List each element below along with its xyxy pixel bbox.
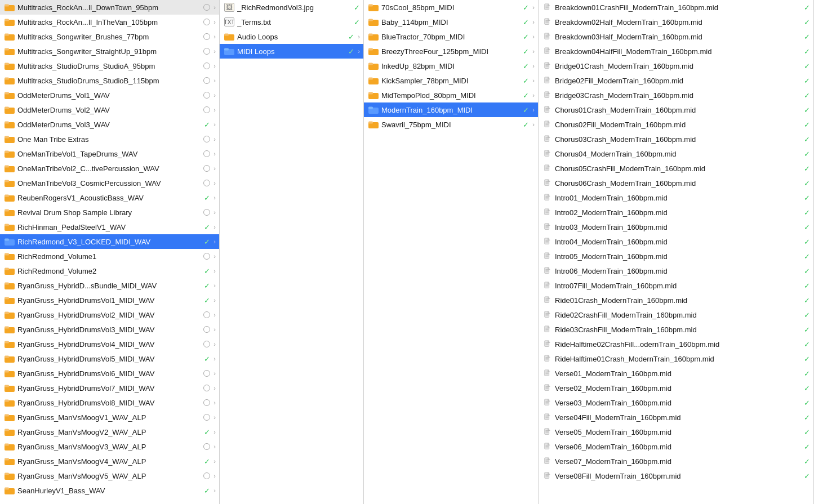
list-item[interactable]: OneManTribeVol3_CosmicPercussion_WAV› — [0, 176, 219, 190]
list-item[interactable]: Swavril_75bpm_MIDI✓› — [364, 117, 538, 132]
list-item[interactable]: Bridge02Fill_ModernTrain_160bpm.mid✓ — [539, 73, 813, 88]
list-item[interactable]: Breakdown04HalfFill_ModernTrain_160bpm.m… — [539, 44, 813, 59]
list-item[interactable]: BreezyThreeFour_125bpm_MIDI✓› — [364, 44, 538, 59]
item-label: Verse06_ModernTrain_160bpm.mid — [555, 443, 802, 451]
list-item[interactable]: KickSampler_78bpm_MIDI✓› — [364, 73, 538, 88]
list-item[interactable]: InkedUp_82bpm_MIDI✓› — [364, 59, 538, 73]
list-item[interactable]: Verse05_ModernTrain_160bpm.mid✓ — [539, 425, 813, 439]
item-label: Swavril_75bpm_MIDI — [381, 121, 521, 129]
list-item[interactable]: RyanGruss_ManVsMoogV2_WAV_ALP✓› — [0, 425, 219, 439]
list-item[interactable]: OddMeterDrums_Vol3_WAV✓› — [0, 117, 219, 132]
list-item[interactable]: BlueTractor_70bpm_MIDI✓› — [364, 29, 538, 44]
list-item[interactable]: RyanGruss_ManVsMoogV1_WAV_ALP› — [0, 410, 219, 425]
item-label: RyanGruss_ManVsMoogV3_WAV_ALP — [17, 443, 201, 451]
list-item[interactable]: Ride02CrashFill_ModernTrain_160bpm.mid✓ — [539, 307, 813, 322]
svg-rect-49 — [5, 356, 9, 358]
list-item[interactable]: RyanGruss_ManVsMoogV5_WAV_ALP› — [0, 469, 219, 483]
list-item[interactable]: RyanGruss_HybridDrumsVol4_MIDI_WAV› — [0, 337, 219, 351]
list-item[interactable]: RichHinman_PedalSteelV1_WAV✓› — [0, 220, 219, 234]
item-label: Ride02CrashFill_ModernTrain_160bpm.mid — [555, 311, 802, 319]
list-item[interactable]: Revival Drum Shop Sample Library› — [0, 205, 219, 220]
list-item[interactable]: Multitracks_RockAn...Il_DownTown_95bpm› — [0, 0, 219, 15]
chevron-icon: › — [532, 92, 535, 99]
list-item[interactable]: Chorus05CrashFill_ModernTrain_160bpm.mid… — [539, 161, 813, 176]
list-item[interactable]: Verse03_ModernTrain_160bpm.mid✓ — [539, 395, 813, 410]
item-label: Multitracks_StudioDrums_StudioB_115bpm — [17, 77, 201, 85]
list-item[interactable]: Chorus04_ModernTrain_160bpm.mid✓ — [539, 146, 813, 161]
list-item[interactable]: RyanGruss_HybridDrumsVol7_MIDI_WAV› — [0, 381, 219, 395]
list-item[interactable]: Bridge01Crash_ModernTrain_160bpm.mid✓ — [539, 59, 813, 73]
list-item[interactable]: Multitracks_StudioDrums_StudioB_115bpm› — [0, 73, 219, 88]
list-item[interactable]: Audio Loops✓› — [220, 29, 363, 44]
list-item[interactable]: RyanGruss_ManVsMoogV4_WAV_ALP✓› — [0, 454, 219, 469]
list-item[interactable]: Breakdown01CrashFill_ModernTrain_160bpm.… — [539, 0, 813, 15]
item-status: ✓› — [523, 77, 535, 85]
list-item[interactable]: OddMeterDrums_Vol1_WAV› — [0, 88, 219, 102]
list-item[interactable]: Intro04_ModernTrain_160bpm.mid✓ — [539, 234, 813, 249]
list-item[interactable]: RyanGruss_HybridDrumsVol1_MIDI_WAV✓› — [0, 293, 219, 307]
list-item[interactable]: Breakdown02Half_ModernTrain_160bpm.mid✓ — [539, 15, 813, 29]
list-item[interactable]: Intro01_ModernTrain_160bpm.mid✓ — [539, 190, 813, 205]
list-item[interactable]: RideHalftime01Crash_ModernTrain_160bpm.m… — [539, 351, 813, 366]
list-item[interactable]: Ride03CrashFill_ModernTrain_160bpm.mid✓ — [539, 322, 813, 337]
list-item[interactable]: 🖼_RichRedmondVol3.jpg✓ — [220, 0, 363, 15]
list-item[interactable]: Intro07Fill_ModernTrain_160bpm.mid✓ — [539, 278, 813, 293]
list-item[interactable]: Multitracks_StudioDrums_StudioA_95bpm› — [0, 59, 219, 73]
list-item[interactable]: Intro06_ModernTrain_160bpm.mid✓ — [539, 264, 813, 278]
list-item[interactable]: 70sCool_85bpm_MIDI✓› — [364, 0, 538, 15]
list-item[interactable]: RyanGruss_HybridDrumsVol3_MIDI_WAV› — [0, 322, 219, 337]
list-item[interactable]: MidTempoPlod_80bpm_MIDI✓› — [364, 88, 538, 102]
list-item[interactable]: ModernTrain_160bpm_MIDI✓› — [364, 102, 538, 117]
item-label: RyanGruss_HybridD...sBundle_MIDI_WAV — [17, 282, 202, 290]
list-item[interactable]: ReubenRogersV1_AcousticBass_WAV✓› — [0, 190, 219, 205]
item-label: Verse03_ModernTrain_160bpm.mid — [555, 399, 802, 407]
list-item[interactable]: Chorus01Crash_ModernTrain_160bpm.mid✓ — [539, 102, 813, 117]
list-item[interactable]: Verse01_ModernTrain_160bpm.mid✓ — [539, 366, 813, 381]
list-item[interactable]: Verse06_ModernTrain_160bpm.mid✓ — [539, 439, 813, 454]
list-item[interactable]: Bridge03Crash_ModernTrain_160bpm.mid✓ — [539, 88, 813, 102]
midi-file-icon — [543, 340, 552, 349]
list-item[interactable]: RyanGruss_HybridDrumsVol6_MIDI_WAV› — [0, 366, 219, 381]
list-item[interactable]: Intro03_ModernTrain_160bpm.mid✓ — [539, 220, 813, 234]
list-item[interactable]: Verse04Fill_ModernTrain_160bpm.mid✓ — [539, 410, 813, 425]
list-item[interactable]: RyanGruss_HybridDrumsVol2_MIDI_WAV› — [0, 307, 219, 322]
list-item[interactable]: OneManTribeVol2_C...tivePercussion_WAV› — [0, 161, 219, 176]
list-item[interactable]: Intro02_ModernTrain_160bpm.mid✓ — [539, 205, 813, 220]
list-item[interactable]: SeanHurleyV1_Bass_WAV✓› — [0, 483, 219, 498]
list-item[interactable]: OneManTribeVol1_TapeDrums_WAV› — [0, 146, 219, 161]
list-item[interactable]: Baby_114bpm_MIDI✓› — [364, 15, 538, 29]
status-check-icon: ✓ — [523, 3, 529, 12]
item-label: Breakdown04HalfFill_ModernTrain_160bpm.m… — [555, 47, 802, 56]
list-item[interactable]: Verse08Fill_ModernTrain_160bpm.mid✓ — [539, 469, 813, 483]
svg-rect-3 — [5, 19, 9, 21]
list-item[interactable]: Multitracks_Songwriter_StraightUp_91bpm› — [0, 44, 219, 59]
item-label: RyanGruss_ManVsMoogV5_WAV_ALP — [17, 472, 201, 480]
list-item[interactable]: Intro05_ModernTrain_160bpm.mid✓ — [539, 249, 813, 264]
list-item[interactable]: Multitracks_Songwriter_Brushes_77bpm› — [0, 29, 219, 44]
list-item[interactable]: RyanGruss_HybridDrumsVol5_MIDI_WAV✓› — [0, 351, 219, 366]
list-item[interactable]: OddMeterDrums_Vol2_WAV› — [0, 102, 219, 117]
list-item[interactable]: MIDI Loops✓› — [220, 44, 363, 59]
item-label: ReubenRogersV1_AcousticBass_WAV — [17, 194, 202, 202]
list-item[interactable]: Verse02_ModernTrain_160bpm.mid✓ — [539, 381, 813, 395]
list-item[interactable]: RichRedmond_Volume1› — [0, 249, 219, 264]
list-item[interactable]: RyanGruss_ManVsMoogV3_WAV_ALP› — [0, 439, 219, 454]
list-item[interactable]: TXT_Terms.txt✓ — [220, 15, 363, 29]
list-item[interactable]: Multitracks_RockAn...Il_InTheVan_105bpm› — [0, 15, 219, 29]
status-check-icon: ✓ — [804, 369, 810, 378]
list-item[interactable]: Chorus06Crash_ModernTrain_160bpm.mid✓ — [539, 176, 813, 190]
list-item[interactable]: RideHalftime02CrashFill...odernTrain_160… — [539, 337, 813, 351]
list-item[interactable]: RyanGruss_HybridD...sBundle_MIDI_WAV✓› — [0, 278, 219, 293]
status-check-icon: ✓ — [523, 121, 529, 129]
list-item[interactable]: Chorus02Fill_ModernTrain_160bpm.mid✓ — [539, 117, 813, 132]
list-item[interactable]: Verse07_ModernTrain_160bpm.mid✓ — [539, 454, 813, 469]
list-item[interactable]: RichRedmond_Volume2✓› — [0, 264, 219, 278]
list-item[interactable]: One Man Tribe Extras› — [0, 132, 219, 146]
list-item[interactable]: Breakdown03Half_ModernTrain_160bpm.mid✓ — [539, 29, 813, 44]
list-item[interactable]: RichRedmond_V3_LOCKED_MIDI_WAV✓› — [0, 234, 219, 249]
status-check-icon: ✓ — [204, 121, 210, 129]
list-item[interactable]: RyanGruss_HybridDrumsVol8_MIDI_WAV› — [0, 395, 219, 410]
list-item[interactable]: Ride01Crash_ModernTrain_160bpm.mid✓ — [539, 293, 813, 307]
midi-file-icon — [543, 398, 552, 407]
list-item[interactable]: Chorus03Crash_ModernTrain_160bpm.mid✓ — [539, 132, 813, 146]
